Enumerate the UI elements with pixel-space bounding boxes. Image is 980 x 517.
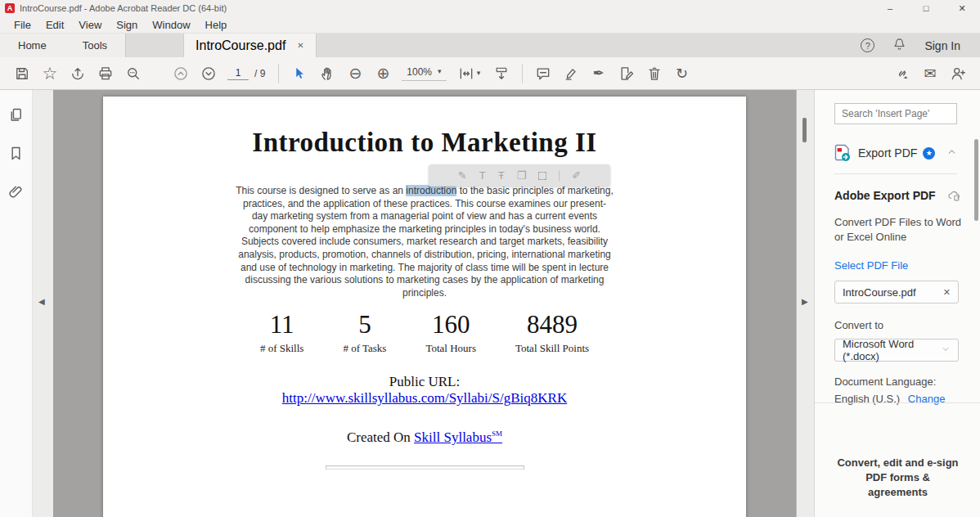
search-tools-input[interactable]: [834, 103, 957, 124]
convert-format-select[interactable]: Microsoft Word (*.docx): [834, 339, 959, 362]
panel-scrollbar[interactable]: [974, 139, 978, 221]
previous-page-icon[interactable]: [167, 61, 195, 86]
menu-bar: File Edit View Sign Window Help: [0, 16, 980, 34]
paragraph-line: and use of technology in marketing. The …: [212, 262, 637, 275]
select-pdf-file-link[interactable]: Select PDF File: [834, 259, 908, 272]
clear-file-icon[interactable]: ✕: [943, 287, 951, 298]
quick-edit-icon[interactable]: ✐: [572, 170, 581, 181]
chevron-down-icon: ▾: [477, 70, 481, 77]
select-tool-icon[interactable]: [285, 61, 313, 86]
save-icon[interactable]: [8, 61, 36, 86]
featured-star-icon: ★: [923, 147, 935, 160]
search-icon[interactable]: [119, 61, 147, 86]
highlighter-icon[interactable]: [557, 61, 585, 86]
selected-file-field[interactable]: IntroCourse.pdf ✕: [834, 281, 959, 303]
public-url-link[interactable]: http://www.skillsyllabus.com/Syllabi/S/g…: [282, 390, 567, 406]
menu-file[interactable]: File: [7, 19, 38, 31]
tab-tools[interactable]: Tools: [65, 34, 125, 57]
export-pdf-label: Export PDF: [858, 146, 917, 160]
fill-sign-icon[interactable]: [613, 61, 641, 86]
paragraph-line: Subjects covered include consumers, mark…: [212, 236, 637, 249]
quick-highlight-icon[interactable]: ✎: [458, 170, 467, 181]
zoom-in-icon[interactable]: ⊕: [369, 61, 397, 86]
acrobat-window: A IntroCourse.pdf - Adobe Acrobat Reader…: [0, 0, 980, 517]
share-link-icon[interactable]: [888, 61, 916, 86]
collapse-left-icon[interactable]: ◀: [38, 297, 45, 306]
quick-copy-icon[interactable]: ❐: [517, 170, 527, 181]
stat-label: Total Hours: [425, 342, 476, 355]
page-count-label: / 9: [254, 68, 265, 79]
selection-quick-toolbar: ✎ T Ŧ ❐ ✐: [429, 164, 610, 187]
attachments-paperclip-icon[interactable]: [7, 183, 25, 204]
paragraph-line: day marketing system from a managerial p…: [212, 210, 637, 223]
paragraph-line: principles.: [212, 287, 637, 300]
sign-in-button[interactable]: Sign In: [924, 39, 960, 52]
window-title: IntroCourse.pdf - Adobe Acrobat Reader D…: [20, 3, 227, 13]
right-panel-divider[interactable]: ▶: [796, 90, 814, 517]
notifications-bell-icon[interactable]: [892, 37, 906, 54]
page-number-input[interactable]: 1: [227, 67, 249, 80]
share-upload-icon[interactable]: [64, 61, 92, 86]
chevron-down-icon: [941, 343, 951, 357]
stat-skills: 11 # of Skills: [260, 310, 303, 355]
stat-value: 5: [343, 310, 386, 339]
fit-page-icon[interactable]: [488, 61, 515, 86]
paragraph-line: practices, and the application of these …: [212, 198, 637, 211]
tab-home[interactable]: Home: [0, 34, 65, 57]
favorite-star-icon[interactable]: ☆: [36, 61, 64, 86]
left-panel-divider[interactable]: ◀: [33, 90, 53, 517]
left-rail: [0, 90, 33, 517]
export-pdf-section-header[interactable]: Export PDF ★: [834, 144, 957, 174]
tab-strip: Home Tools IntroCourse.pdf ✕ ? Sign In: [0, 34, 980, 57]
delete-trash-icon[interactable]: [641, 61, 668, 86]
skill-syllabus-link[interactable]: Skill SyllabusSM: [414, 429, 502, 445]
tab-document-label: IntroCourse.pdf: [196, 38, 285, 53]
menu-sign[interactable]: Sign: [109, 19, 145, 31]
title-bar: A IntroCourse.pdf - Adobe Acrobat Reader…: [0, 0, 980, 16]
quick-strikethrough-icon[interactable]: Ŧ: [498, 170, 505, 181]
menu-help[interactable]: Help: [198, 19, 235, 31]
fit-width-dropdown[interactable]: ▾: [452, 61, 488, 86]
tab-close-icon[interactable]: ✕: [297, 41, 303, 50]
minimize-button[interactable]: –: [872, 0, 908, 16]
chevron-down-icon: ▾: [438, 68, 442, 75]
bookmarks-icon[interactable]: [7, 145, 25, 165]
tab-document[interactable]: IntroCourse.pdf ✕: [183, 34, 317, 57]
expand-right-icon[interactable]: ▶: [802, 297, 808, 306]
menu-window[interactable]: Window: [145, 19, 197, 31]
fountain-pen-icon[interactable]: ✒: [585, 61, 613, 86]
email-icon[interactable]: ✉: [916, 61, 944, 86]
stat-label: Total Skill Points: [515, 342, 589, 355]
stat-label: # of Skills: [260, 342, 303, 355]
zoom-out-icon[interactable]: ⊖: [341, 61, 369, 86]
maximize-button[interactable]: □: [908, 0, 944, 16]
quick-underline-icon[interactable]: T: [479, 170, 486, 181]
stat-hours: 160 Total Hours: [425, 310, 476, 355]
menu-edit[interactable]: Edit: [38, 19, 71, 31]
help-icon[interactable]: ?: [861, 38, 874, 52]
horizontal-rule: [326, 465, 524, 470]
document-language-label: Document Language:: [834, 375, 962, 388]
paragraph-line: discussing the various solutions to mark…: [212, 274, 637, 287]
document-scrollbar[interactable]: [802, 118, 807, 142]
next-page-icon[interactable]: [195, 61, 223, 86]
add-people-icon[interactable]: [944, 61, 972, 86]
zoom-level-dropdown[interactable]: 100% ▾: [402, 66, 446, 81]
stats-row: 11 # of Skills 5 # of Tasks 160 Total Ho…: [103, 310, 746, 355]
comment-icon[interactable]: [529, 61, 557, 86]
paragraph-line: analysis, products, promotion, channels …: [212, 249, 637, 262]
page-thumbnails-icon[interactable]: [7, 106, 25, 127]
stat-label: # of Tasks: [343, 342, 386, 355]
print-icon[interactable]: [92, 61, 119, 86]
quick-select-area-icon[interactable]: [538, 172, 546, 180]
chevron-up-icon[interactable]: [946, 146, 957, 160]
pdf-page: Introduction to Marketing II ✎ T Ŧ ❐ ✐ T…: [103, 97, 746, 517]
stat-points: 8489 Total Skill Points: [515, 310, 589, 355]
tools-panel: Export PDF ★ Adobe Export PDF Convert PD…: [814, 90, 980, 517]
selected-text[interactable]: introduction: [406, 185, 456, 196]
hand-tool-icon[interactable]: [313, 61, 341, 86]
toolbar-divider: [278, 64, 279, 83]
close-button[interactable]: ✕: [944, 0, 980, 16]
refresh-icon[interactable]: ↻: [668, 61, 696, 86]
menu-view[interactable]: View: [71, 19, 109, 31]
